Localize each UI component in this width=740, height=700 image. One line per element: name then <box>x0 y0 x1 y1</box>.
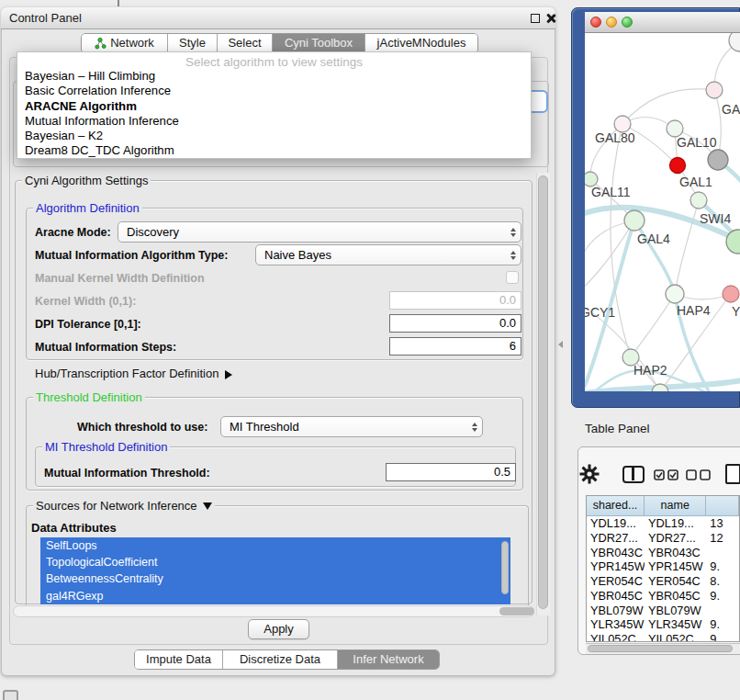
dropdown-item[interactable]: Basic Correlation Inference <box>17 84 531 98</box>
network-node-highlighted[interactable] <box>670 158 686 174</box>
cell: 12 <box>706 531 739 546</box>
cell: YPR145W <box>645 559 706 574</box>
tab-cyni-toolbox[interactable]: Cyni Toolbox <box>273 34 365 52</box>
table-row[interactable]: YBL079WYBL079W <box>587 604 739 618</box>
mi-threshold-field[interactable]: 0.5 <box>386 463 516 481</box>
cell: YBR045C <box>587 589 645 604</box>
sources-group-title[interactable]: Sources for Network Inference <box>33 499 215 513</box>
cell: YLR345W <box>587 617 645 632</box>
control-panel-tabbar: Network Style Select Cyni Toolbox jActiv… <box>81 33 478 53</box>
table-row[interactable]: YER054CYER054C8. <box>587 574 739 589</box>
tab-select[interactable]: Select <box>218 34 273 52</box>
mi-type-combobox[interactable]: Naive Bayes <box>255 244 521 265</box>
mi-steps-field[interactable]: 6 <box>389 337 521 356</box>
stepper-arrows-icon <box>510 245 516 265</box>
cell: YDL19... <box>587 516 645 531</box>
network-graph: GAL GAL80 GAL10 GAL1 GAL11 GAL4 SWI4 GCY… <box>585 33 740 391</box>
table-panel-title: Table Panel <box>585 422 650 435</box>
aracne-mode-value: Discovery <box>127 225 179 239</box>
close-traffic-light[interactable] <box>590 17 601 28</box>
data-attributes-list[interactable]: SelfLoops TopologicalCoefficient Between… <box>40 537 510 604</box>
apply-button[interactable]: Apply <box>248 619 309 639</box>
table-row[interactable]: YBR043CYBR043C <box>587 546 739 560</box>
list-scrollbar-thumb[interactable] <box>501 541 509 594</box>
list-item[interactable]: gal4RGexp <box>40 588 510 604</box>
columns-icon[interactable] <box>622 466 645 483</box>
column-header-shared-name[interactable]: shared... <box>587 496 645 516</box>
list-item[interactable]: TopologicalCoefficient <box>40 554 510 570</box>
aracne-mode-label: Aracne Mode: <box>35 226 111 239</box>
node-label: Y <box>732 304 740 319</box>
tab-discretize-data[interactable]: Discretize Data <box>223 650 338 669</box>
close-icon[interactable] <box>545 13 556 24</box>
new-table-icon[interactable] <box>725 464 740 484</box>
manual-kernel-checkbox[interactable] <box>506 271 519 284</box>
table-row[interactable]: YPR145WYPR145W9. <box>587 559 739 574</box>
network-node-gal4[interactable] <box>624 210 645 231</box>
gear-icon[interactable] <box>579 464 600 484</box>
network-node-hap4[interactable] <box>666 285 684 303</box>
minimize-traffic-light[interactable] <box>606 17 617 28</box>
settings-hscrollbar-thumb[interactable] <box>499 607 534 615</box>
cell: YBL079W <box>645 604 706 618</box>
node-table: shared... name YDL19...YDL19...13 YDR27.… <box>586 495 740 642</box>
table-hscrollbar-thumb[interactable] <box>588 645 733 652</box>
tab-infer-network[interactable]: Infer Network <box>338 650 439 669</box>
dock-panel-icon[interactable] <box>3 690 18 700</box>
column-header-name[interactable]: name <box>645 496 706 516</box>
table-body: YDL19...YDL19...13 YDR27...YDR27...12 YB… <box>587 516 739 642</box>
mi-steps-label: Mutual Information Steps: <box>35 341 176 354</box>
cell: 9. <box>706 617 739 632</box>
cell <box>706 604 739 618</box>
network-node-gal1[interactable] <box>690 192 707 209</box>
network-node[interactable] <box>706 82 723 98</box>
table-row[interactable]: YIL052CYIL052C9 <box>587 632 739 642</box>
settings-hscrollbar-track[interactable] <box>13 605 534 617</box>
table-row[interactable]: YBR045CYBR045C9. <box>587 589 739 604</box>
zoom-traffic-light[interactable] <box>622 17 633 28</box>
aracne-mode-combobox[interactable]: Discovery <box>118 221 521 243</box>
expander-arrow-icon <box>225 370 232 379</box>
dropdown-item[interactable]: Bayesian – Hill Climbing <box>17 69 531 84</box>
control-panel-titlebar[interactable]: Control Panel <box>1 7 555 29</box>
tab-network[interactable]: Network <box>82 34 168 52</box>
dpi-tolerance-field[interactable]: 0.0 <box>389 314 521 333</box>
list-item[interactable]: BetweennessCentrality <box>40 570 510 587</box>
cell: 8. <box>706 574 739 589</box>
table-row[interactable]: YDR27...YDR27...12 <box>587 531 739 546</box>
unchecked-checkboxes-icon[interactable] <box>686 469 712 480</box>
which-threshold-combobox[interactable]: MI Threshold <box>220 416 483 437</box>
tab-jactivemnodules-label: jActiveMNodules <box>377 34 466 52</box>
dropdown-item[interactable]: Bayesian – K2 <box>17 129 531 143</box>
column-header-partial[interactable] <box>706 496 739 516</box>
cell: YER054C <box>645 574 706 589</box>
tab-cyni-toolbox-label: Cyni Toolbox <box>285 34 353 52</box>
tab-impute-data-label: Impute Data <box>146 650 211 669</box>
control-panel-title: Control Panel <box>9 11 82 25</box>
network-node[interactable] <box>723 286 739 302</box>
tab-jactivemnodules[interactable]: jActiveMNodules <box>365 34 477 52</box>
cell: YER054C <box>587 574 645 589</box>
table-row[interactable]: YDL19...YDL19...13 <box>587 516 739 531</box>
network-node-selected[interactable] <box>708 150 728 170</box>
dropdown-item-selected[interactable]: ARACNE Algorithm <box>17 99 531 114</box>
network-icon <box>95 38 107 50</box>
tab-style-label: Style <box>179 34 206 52</box>
list-item[interactable]: SelfLoops <box>40 537 510 554</box>
hub-definition-expander[interactable]: Hub/Transcription Factor Definition <box>35 367 232 380</box>
float-window-icon[interactable] <box>531 14 540 23</box>
node-label-gal1: GAL1 <box>679 175 712 189</box>
tab-impute-data[interactable]: Impute Data <box>135 650 223 669</box>
kernel-width-field[interactable]: 0.0 <box>389 291 521 310</box>
checked-checkboxes-icon[interactable] <box>654 469 679 480</box>
algorithm-dropdown-popup: Select algorithm to view settings Bayesi… <box>17 51 532 159</box>
dropdown-item[interactable]: Dream8 DC_TDC Algorithm <box>17 143 531 158</box>
dropdown-item[interactable]: Mutual Information Inference <box>17 114 531 129</box>
cell: YDR27... <box>587 531 645 546</box>
split-pane-collapse-arrow[interactable] <box>558 341 563 348</box>
settings-vscrollbar-thumb[interactable] <box>538 175 548 609</box>
tab-style[interactable]: Style <box>168 34 218 52</box>
table-row[interactable]: YLR345WYLR345W9. <box>587 617 739 632</box>
network-canvas[interactable]: GAL GAL80 GAL10 GAL1 GAL11 GAL4 SWI4 GCY… <box>585 33 740 391</box>
bottom-tabbar: Impute Data Discretize Data Infer Networ… <box>134 649 440 670</box>
